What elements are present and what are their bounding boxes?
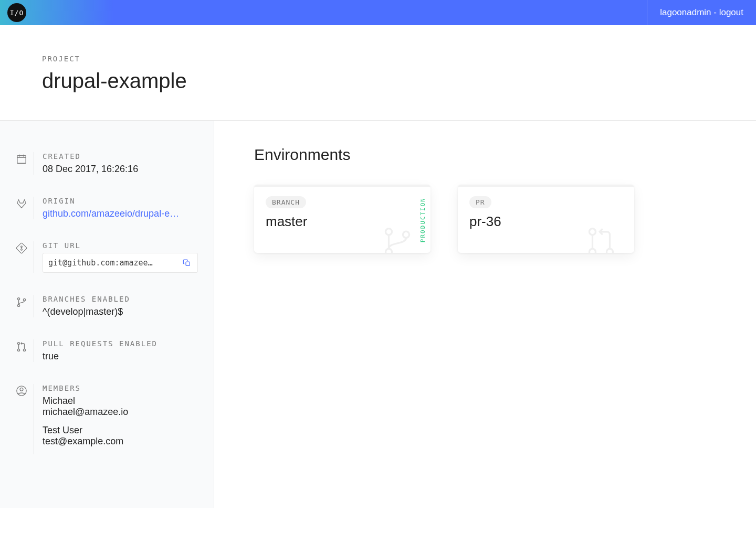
branches-value: ^(develop|master)$	[43, 306, 198, 317]
svg-point-18	[20, 388, 23, 391]
meta-origin: ORIGIN github.com/amazeeio/drupal-e…	[16, 197, 198, 219]
svg-rect-0	[17, 156, 26, 164]
user-logout-link[interactable]: lagoonadmin - logout	[647, 0, 743, 25]
main: Environments BRANCH master PRODUCTION PR	[214, 121, 756, 508]
member-email: michael@amazee.io	[43, 407, 198, 418]
meta-label: BRANCHES ENABLED	[43, 295, 198, 303]
project-title: drupal-example	[42, 69, 756, 93]
svg-point-24	[606, 249, 613, 253]
giturl-box: git@github.com:amazee…	[43, 253, 198, 273]
branch-bg-icon	[380, 225, 415, 253]
sidebar: CREATED 08 Dec 2017, 16:26:16 ORIGIN git…	[0, 121, 214, 508]
production-badge: PRODUCTION	[417, 187, 428, 253]
project-eyebrow: PROJECT	[42, 55, 756, 63]
giturl-value: git@github.com:amazee…	[48, 258, 175, 268]
env-type-badge: BRANCH	[266, 196, 306, 208]
svg-point-15	[17, 349, 19, 351]
svg-point-7	[21, 246, 23, 248]
meta-prs: PULL REQUESTS ENABLED true	[16, 339, 198, 362]
gitlab-icon	[16, 197, 34, 209]
copy-button[interactable]	[182, 258, 192, 268]
branch-icon	[16, 295, 34, 308]
user-icon	[16, 384, 34, 397]
pull-request-bg-icon	[584, 225, 618, 253]
svg-point-19	[385, 229, 392, 235]
meta-label: PULL REQUESTS ENABLED	[43, 339, 198, 348]
meta-label: MEMBERS	[43, 384, 198, 392]
member-item: Test User test@example.com	[43, 425, 198, 447]
env-type-badge: PR	[469, 196, 491, 208]
member-name: Test User	[43, 425, 198, 436]
svg-point-11	[17, 298, 19, 300]
meta-branches: BRANCHES ENABLED ^(develop|master)$	[16, 295, 198, 317]
svg-point-22	[589, 229, 595, 235]
svg-point-13	[23, 298, 25, 301]
environment-card-pr36[interactable]: PR pr-36	[458, 185, 634, 253]
logo-wrap: I/O	[0, 0, 26, 25]
page-header: PROJECT drupal-example	[0, 25, 756, 121]
environment-card-master[interactable]: BRANCH master PRODUCTION	[254, 185, 430, 253]
meta-giturl: GIT URL git@github.com:amazee…	[16, 241, 198, 273]
member-email: test@example.com	[43, 436, 198, 447]
logo[interactable]: I/O	[7, 3, 26, 22]
meta-label: GIT URL	[43, 241, 198, 250]
svg-rect-10	[186, 262, 190, 265]
meta-label: CREATED	[43, 152, 198, 161]
svg-point-16	[23, 349, 25, 351]
prs-value: true	[43, 351, 198, 362]
origin-link[interactable]: github.com/amazeeio/drupal-e…	[43, 208, 198, 219]
environments-grid: BRANCH master PRODUCTION PR pr-36	[254, 185, 716, 253]
production-label: PRODUCTION	[419, 197, 426, 242]
environments-heading: Environments	[254, 146, 716, 164]
top-bar: I/O lagoonadmin - logout	[0, 0, 756, 25]
git-icon	[16, 241, 34, 254]
member-item: Michael michael@amazee.io	[43, 396, 198, 418]
meta-label: ORIGIN	[43, 197, 198, 205]
svg-point-20	[385, 249, 392, 253]
svg-point-23	[589, 249, 595, 253]
created-value: 08 Dec 2017, 16:26:16	[43, 164, 198, 175]
calendar-icon	[16, 152, 34, 165]
svg-point-8	[21, 249, 23, 250]
member-name: Michael	[43, 396, 198, 407]
svg-point-21	[403, 231, 409, 238]
svg-point-12	[17, 304, 19, 306]
pull-request-icon	[16, 339, 34, 353]
content: CREATED 08 Dec 2017, 16:26:16 ORIGIN git…	[0, 121, 756, 508]
svg-point-14	[17, 343, 19, 345]
meta-members: MEMBERS Michael michael@amazee.io Test U…	[16, 384, 198, 454]
meta-created: CREATED 08 Dec 2017, 16:26:16	[16, 152, 198, 175]
